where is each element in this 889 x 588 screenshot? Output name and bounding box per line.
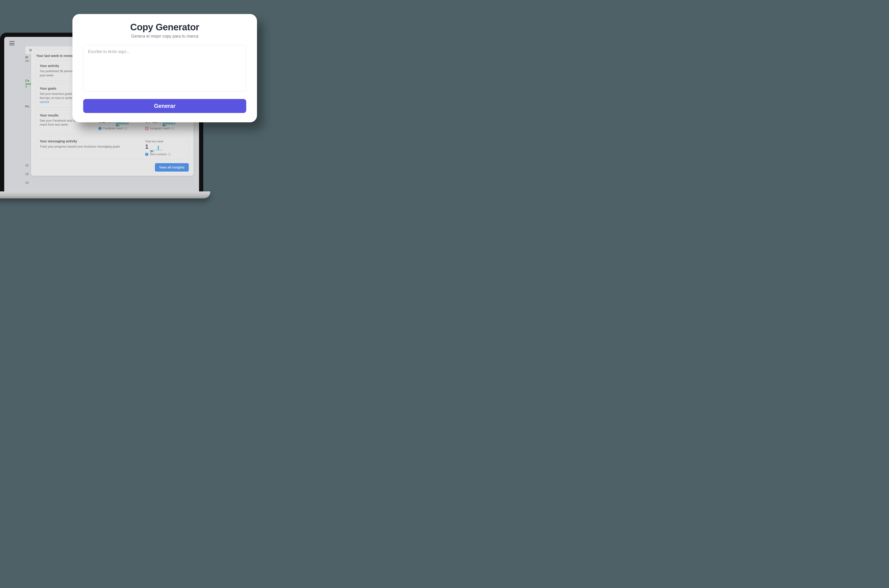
info-icon[interactable]: i	[168, 153, 171, 156]
side-letter: W	[25, 56, 28, 59]
info-icon[interactable]: i	[125, 127, 127, 130]
laptop-body	[0, 191, 210, 198]
generate-button[interactable]: Generar	[83, 99, 246, 113]
axis-right: Sat	[151, 150, 153, 152]
axis-value: 20	[25, 164, 29, 167]
reach-label: New contacts	[150, 153, 167, 156]
axis-right: Sat	[117, 124, 118, 126]
facebook-icon: f	[145, 153, 148, 156]
card-messaging: Your messaging activity Track your progr…	[36, 136, 189, 159]
metric-label: Total last week	[145, 140, 185, 143]
copy-input[interactable]	[83, 45, 246, 92]
instagram-icon	[145, 127, 148, 130]
facebook-icon: f	[98, 127, 102, 130]
axis-numbers: 20 15 10	[25, 164, 29, 184]
modal-subtitle: Genera el mejor copy para tu marca	[83, 34, 246, 39]
info-icon[interactable]: i	[171, 127, 174, 130]
side-letter: Se	[25, 59, 29, 63]
get-started-link[interactable]: started	[40, 100, 49, 104]
reach-label: Instagram reach	[150, 127, 170, 130]
view-all-insights-button[interactable]: View all insights	[155, 163, 189, 172]
axis-value: 15	[25, 172, 29, 176]
metric-value: 1	[145, 143, 148, 150]
card-body: past week.	[40, 74, 54, 77]
hamburger-icon[interactable]	[9, 41, 15, 45]
card-body: Track your progress toward your business…	[40, 144, 138, 149]
copy-generator-modal: Copy Generator Genera el mejor copy para…	[72, 14, 257, 122]
card-title: Your messaging activity	[40, 140, 138, 143]
side-letter: 4	[25, 85, 27, 88]
sparkline-icon: Sun Sat	[150, 145, 162, 150]
axis-value: 10	[25, 181, 29, 184]
side-letter: Po	[25, 105, 29, 108]
reach-label: Facebook reach	[103, 127, 123, 130]
side-cut-labels: W Se Co 4 Po	[25, 56, 30, 108]
modal-title: Copy Generator	[83, 22, 246, 33]
axis-right: Sat	[164, 124, 165, 126]
side-letter: Co	[25, 79, 29, 82]
metric-new-contacts: Total last week 1 Sun Sat	[145, 140, 185, 156]
